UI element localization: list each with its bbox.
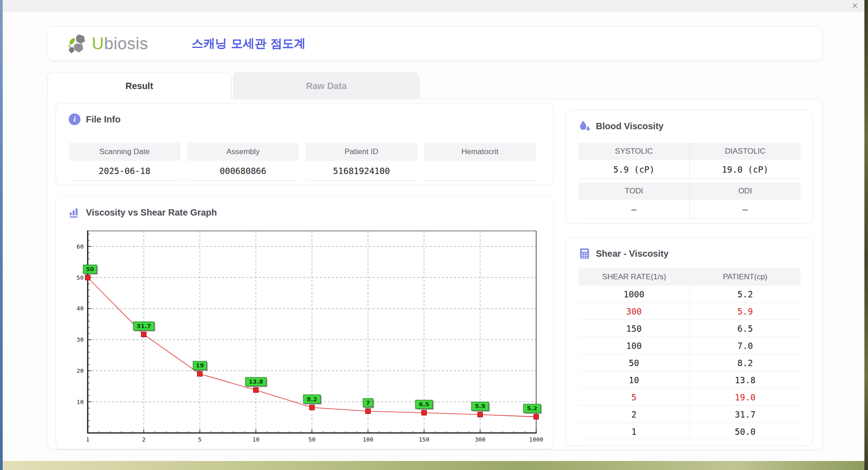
file-info-field: Scanning Date2025-06-18: [69, 143, 180, 181]
cell-patient: 8.2: [690, 354, 801, 371]
shear-viscosity-header: SHEAR RATE(1/s) PATIENT(cp): [579, 268, 801, 286]
cell-shear-rate: 1000: [579, 286, 690, 302]
field-value: 51681924100: [306, 161, 417, 181]
svg-text:20: 20: [76, 367, 84, 374]
viscosity-chart: 102030405060125105010015030010005031.719…: [65, 226, 544, 443]
bv-value-row: ––: [579, 200, 801, 219]
tab-raw-data[interactable]: Raw Data: [233, 72, 420, 99]
shear-viscosity-title: Shear - Viscosity: [579, 248, 669, 259]
svg-text:19: 19: [196, 362, 204, 369]
table-row: 1007.0: [579, 337, 801, 354]
bv-value: –: [690, 200, 801, 219]
blood-viscosity-card: Blood Viscosity SYSTOLICDIASTOLIC5.9 (cP…: [566, 110, 813, 224]
svg-text:8.2: 8.2: [307, 396, 317, 403]
svg-text:100: 100: [363, 436, 373, 443]
svg-text:50: 50: [86, 266, 94, 273]
field-label: Scanning Date: [69, 143, 180, 161]
svg-text:5.9: 5.9: [475, 403, 485, 409]
svg-text:1000: 1000: [529, 436, 543, 443]
blood-viscosity-title: Blood Viscosity: [579, 120, 664, 132]
cell-patient: 7.0: [690, 337, 801, 354]
svg-text:10: 10: [252, 436, 259, 443]
bv-label: SYSTOLIC: [579, 143, 690, 160]
table-row: 508.2: [579, 354, 801, 371]
svg-text:40: 40: [76, 305, 84, 312]
graph-card: Viscosity vs Shear Rate Graph 1020304050…: [56, 196, 554, 449]
svg-text:1: 1: [86, 436, 90, 443]
svg-text:50: 50: [308, 436, 316, 443]
svg-text:300: 300: [475, 436, 485, 443]
cell-patient: 13.8: [690, 371, 801, 388]
cell-patient: 19.0: [690, 389, 801, 405]
cell-shear-rate: 10: [579, 371, 690, 388]
cell-patient: 5.9: [690, 303, 801, 320]
bv-label: DIASTOLIC: [690, 143, 801, 160]
tab-result[interactable]: Result: [47, 72, 231, 100]
close-icon[interactable]: ×: [852, 1, 858, 10]
field-value: 2025-06-18: [69, 161, 180, 181]
bv-label: ODI: [690, 183, 801, 200]
file-info-field: Patient ID51681924100: [306, 143, 417, 181]
page-content: Ubiosis 스캐닝 모세관 점도계 Result Raw Data i Fi…: [47, 26, 823, 450]
table-row: 10005.2: [579, 286, 801, 303]
svg-text:2: 2: [142, 436, 146, 443]
cell-patient: 5.2: [690, 286, 801, 302]
bv-label-row: TODIODI: [579, 183, 801, 200]
bv-value: 19.0 (cP): [690, 160, 801, 179]
bv-value: 5.9 (cP): [579, 160, 690, 179]
cell-patient: 6.5: [690, 320, 801, 337]
svg-text:30: 30: [76, 336, 84, 343]
cell-shear-rate: 100: [579, 337, 690, 354]
svg-text:6.5: 6.5: [419, 401, 429, 408]
bv-value-row: 5.9 (cP)19.0 (cP): [579, 160, 801, 179]
bar-chart-icon: [69, 207, 80, 218]
cell-shear-rate: 5: [579, 389, 690, 405]
cell-patient: 50.0: [690, 423, 801, 440]
table-row: 1506.5: [579, 320, 801, 337]
svg-text:10: 10: [76, 399, 84, 405]
col-shear-rate: SHEAR RATE(1/s): [579, 268, 690, 286]
cell-shear-rate: 1: [579, 423, 690, 440]
shear-viscosity-table: SHEAR RATE(1/s) PATIENT(cp) 10005.23005.…: [579, 268, 801, 440]
header-card: Ubiosis 스캐닝 모세관 점도계: [47, 26, 823, 61]
field-value: [424, 161, 536, 181]
cell-shear-rate: 300: [579, 303, 690, 320]
logo-text: Ubiosis: [92, 34, 148, 53]
app-subtitle: 스캐닝 모세관 점도계: [192, 36, 306, 52]
bv-label-row: SYSTOLICDIASTOLIC: [579, 143, 801, 160]
table-row: 150.0: [579, 423, 801, 440]
table-row: 3005.9: [579, 303, 801, 320]
svg-text:13.8: 13.8: [249, 378, 263, 385]
field-value: 000680866: [187, 161, 299, 181]
svg-text:50: 50: [76, 274, 84, 281]
svg-text:5.2: 5.2: [527, 405, 537, 412]
bv-label: TODI: [579, 183, 690, 200]
blood-drop-icon: [579, 120, 590, 132]
field-label: Patient ID: [306, 143, 417, 161]
desktop-edge-right: [864, 0, 868, 470]
cell-shear-rate: 150: [579, 320, 690, 337]
table-row: 519.0: [579, 389, 801, 406]
bv-value: –: [579, 200, 690, 219]
shear-viscosity-card: Shear - Viscosity SHEAR RATE(1/s) PATIEN…: [566, 237, 813, 446]
result-panel: i File Info Scanning Date2025-06-18Assem…: [47, 99, 823, 450]
window-titlebar: ×: [3, 0, 864, 11]
svg-text:150: 150: [419, 436, 429, 443]
svg-text:31.7: 31.7: [137, 323, 151, 329]
shear-viscosity-rows: 10005.23005.91506.51007.0508.21013.8519.…: [579, 286, 801, 440]
file-info-field: Assembly000680866: [187, 143, 299, 181]
file-info-title: i File Info: [69, 113, 121, 125]
ubiosis-logo: Ubiosis: [67, 33, 148, 55]
svg-text:5: 5: [198, 436, 202, 443]
ubiosis-logo-icon: [67, 33, 90, 55]
app-window: × Ubiosis 스캐닝 모세관 점도계 Result Raw Data: [3, 0, 864, 461]
file-info-field: Hematocrit: [424, 143, 536, 181]
info-icon: i: [69, 113, 80, 125]
blood-viscosity-table: SYSTOLICDIASTOLIC5.9 (cP)19.0 (cP)TODIOD…: [579, 143, 801, 219]
svg-text:60: 60: [76, 243, 84, 250]
table-row: 231.7: [579, 406, 801, 423]
file-info-fields: Scanning Date2025-06-18Assembly000680866…: [69, 143, 536, 181]
tab-bar: Result Raw Data: [47, 72, 823, 99]
cell-patient: 31.7: [690, 406, 801, 423]
field-label: Hematocrit: [424, 143, 536, 161]
